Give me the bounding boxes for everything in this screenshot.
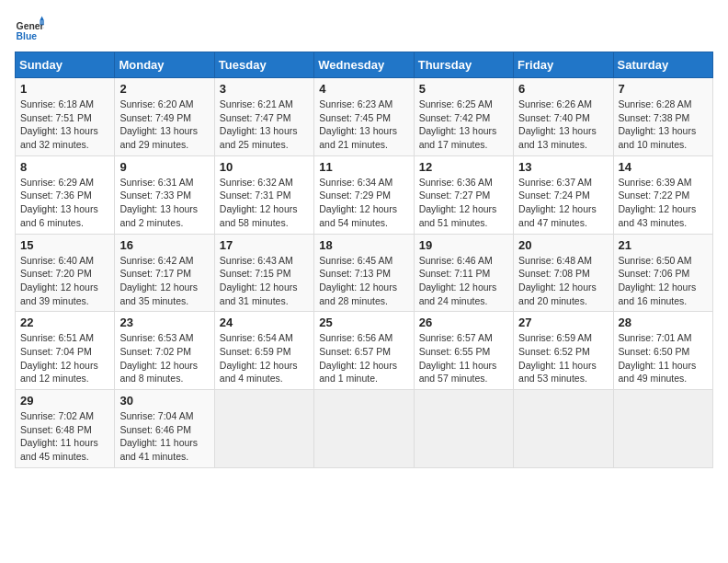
header-friday: Friday [514,52,613,78]
week-row-3: 15 Sunrise: 6:40 AM Sunset: 7:20 PM Dayl… [16,234,713,312]
calendar-cell [414,390,513,468]
day-info: Sunrise: 7:01 AM Sunset: 6:50 PM Dayligh… [619,331,708,385]
day-number: 25 [319,316,408,329]
calendar-body: 1 Sunrise: 6:18 AM Sunset: 7:51 PM Dayli… [16,78,713,468]
header-tuesday: Tuesday [214,52,313,78]
calendar-cell: 7 Sunrise: 6:28 AM Sunset: 7:38 PM Dayli… [613,78,712,156]
day-info: Sunrise: 6:32 AM Sunset: 7:31 PM Dayligh… [220,176,309,230]
day-info: Sunrise: 6:56 AM Sunset: 6:57 PM Dayligh… [319,331,408,385]
calendar-table: SundayMondayTuesdayWednesdayThursdayFrid… [15,52,713,468]
calendar-cell: 11 Sunrise: 6:34 AM Sunset: 7:29 PM Dayl… [314,155,414,234]
day-info: Sunrise: 6:46 AM Sunset: 7:11 PM Dayligh… [419,254,508,308]
day-number: 4 [319,82,408,96]
day-number: 17 [220,238,309,252]
calendar-cell: 1 Sunrise: 6:18 AM Sunset: 7:51 PM Dayli… [16,78,115,156]
header-sunday: Sunday [16,52,115,78]
day-number: 30 [119,394,209,408]
day-number: 28 [619,316,708,329]
week-row-5: 29 Sunrise: 7:02 AM Sunset: 6:48 PM Dayl… [16,390,713,468]
calendar-cell: 13 Sunrise: 6:37 AM Sunset: 7:24 PM Dayl… [514,155,613,234]
calendar-cell: 10 Sunrise: 6:32 AM Sunset: 7:31 PM Dayl… [214,155,313,234]
day-info: Sunrise: 6:40 AM Sunset: 7:20 PM Dayligh… [20,254,109,308]
day-info: Sunrise: 6:53 AM Sunset: 7:02 PM Dayligh… [119,331,209,385]
calendar-cell: 12 Sunrise: 6:36 AM Sunset: 7:27 PM Dayl… [414,155,513,234]
day-number: 23 [119,316,209,329]
day-number: 9 [119,160,209,174]
header-wednesday: Wednesday [314,52,414,78]
day-info: Sunrise: 6:25 AM Sunset: 7:42 PM Dayligh… [419,98,508,152]
calendar-cell: 15 Sunrise: 6:40 AM Sunset: 7:20 PM Dayl… [16,234,115,312]
day-info: Sunrise: 6:57 AM Sunset: 6:55 PM Dayligh… [419,331,508,385]
day-info: Sunrise: 6:48 AM Sunset: 7:08 PM Dayligh… [518,254,608,308]
calendar-cell: 9 Sunrise: 6:31 AM Sunset: 7:33 PM Dayli… [115,155,214,234]
day-number: 24 [220,316,309,329]
calendar-cell: 8 Sunrise: 6:29 AM Sunset: 7:36 PM Dayli… [16,155,115,234]
calendar-cell [214,390,313,468]
calendar-cell: 6 Sunrise: 6:26 AM Sunset: 7:40 PM Dayli… [514,78,613,156]
calendar-cell: 20 Sunrise: 6:48 AM Sunset: 7:08 PM Dayl… [514,234,613,312]
day-number: 20 [518,238,608,252]
day-number: 14 [619,160,708,174]
day-info: Sunrise: 6:59 AM Sunset: 6:52 PM Dayligh… [518,331,608,385]
calendar-cell: 21 Sunrise: 6:50 AM Sunset: 7:06 PM Dayl… [613,234,712,312]
week-row-1: 1 Sunrise: 6:18 AM Sunset: 7:51 PM Dayli… [16,78,713,156]
day-info: Sunrise: 6:36 AM Sunset: 7:27 PM Dayligh… [419,176,508,230]
calendar-cell: 3 Sunrise: 6:21 AM Sunset: 7:47 PM Dayli… [214,78,313,156]
day-info: Sunrise: 6:51 AM Sunset: 7:04 PM Dayligh… [20,331,109,385]
header-saturday: Saturday [613,52,712,78]
day-info: Sunrise: 6:45 AM Sunset: 7:13 PM Dayligh… [319,254,408,308]
day-info: Sunrise: 6:18 AM Sunset: 7:51 PM Dayligh… [20,98,109,152]
day-info: Sunrise: 6:20 AM Sunset: 7:49 PM Dayligh… [119,98,209,152]
calendar-cell [514,390,613,468]
calendar-cell: 29 Sunrise: 7:02 AM Sunset: 6:48 PM Dayl… [16,390,115,468]
day-info: Sunrise: 7:02 AM Sunset: 6:48 PM Dayligh… [20,409,109,464]
day-number: 29 [20,394,109,408]
day-info: Sunrise: 6:34 AM Sunset: 7:29 PM Dayligh… [319,176,408,230]
calendar-cell: 19 Sunrise: 6:46 AM Sunset: 7:11 PM Dayl… [414,234,513,312]
calendar-cell: 25 Sunrise: 6:56 AM Sunset: 6:57 PM Dayl… [314,312,414,390]
day-number: 3 [220,82,309,96]
calendar-cell: 2 Sunrise: 6:20 AM Sunset: 7:49 PM Dayli… [115,78,214,156]
logo: General Blue [15,15,44,44]
day-number: 5 [419,82,508,96]
day-info: Sunrise: 6:28 AM Sunset: 7:38 PM Dayligh… [619,98,708,152]
calendar-cell: 4 Sunrise: 6:23 AM Sunset: 7:45 PM Dayli… [314,78,414,156]
day-info: Sunrise: 6:54 AM Sunset: 6:59 PM Dayligh… [220,331,309,385]
day-info: Sunrise: 7:04 AM Sunset: 6:46 PM Dayligh… [119,409,209,464]
header-thursday: Thursday [414,52,513,78]
day-number: 6 [518,82,608,96]
calendar-cell: 26 Sunrise: 6:57 AM Sunset: 6:55 PM Dayl… [414,312,513,390]
calendar-cell: 17 Sunrise: 6:43 AM Sunset: 7:15 PM Dayl… [214,234,313,312]
day-info: Sunrise: 6:42 AM Sunset: 7:17 PM Dayligh… [119,254,209,308]
day-number: 11 [319,160,408,174]
calendar-cell: 14 Sunrise: 6:39 AM Sunset: 7:22 PM Dayl… [613,155,712,234]
day-number: 12 [419,160,508,174]
day-number: 18 [319,238,408,252]
header-monday: Monday [115,52,214,78]
day-number: 26 [419,316,508,329]
day-info: Sunrise: 6:26 AM Sunset: 7:40 PM Dayligh… [518,98,608,152]
day-number: 21 [619,238,708,252]
calendar-cell: 30 Sunrise: 7:04 AM Sunset: 6:46 PM Dayl… [115,390,214,468]
day-number: 15 [20,238,109,252]
svg-text:Blue: Blue [17,31,38,41]
day-number: 8 [20,160,109,174]
day-number: 1 [20,82,109,96]
svg-marker-3 [40,20,44,25]
day-info: Sunrise: 6:31 AM Sunset: 7:33 PM Dayligh… [119,176,209,230]
day-info: Sunrise: 6:23 AM Sunset: 7:45 PM Dayligh… [319,98,408,152]
calendar-cell [613,390,712,468]
calendar-cell: 27 Sunrise: 6:59 AM Sunset: 6:52 PM Dayl… [514,312,613,390]
logo-icon: General Blue [15,15,44,44]
week-row-4: 22 Sunrise: 6:51 AM Sunset: 7:04 PM Dayl… [16,312,713,390]
day-info: Sunrise: 6:29 AM Sunset: 7:36 PM Dayligh… [20,176,109,230]
calendar-cell: 24 Sunrise: 6:54 AM Sunset: 6:59 PM Dayl… [214,312,313,390]
day-number: 7 [619,82,708,96]
calendar-cell: 22 Sunrise: 6:51 AM Sunset: 7:04 PM Dayl… [16,312,115,390]
week-row-2: 8 Sunrise: 6:29 AM Sunset: 7:36 PM Dayli… [16,155,713,234]
day-info: Sunrise: 6:50 AM Sunset: 7:06 PM Dayligh… [619,254,708,308]
day-number: 16 [119,238,209,252]
page-header: General Blue [15,15,713,44]
day-number: 27 [518,316,608,329]
calendar-cell: 16 Sunrise: 6:42 AM Sunset: 7:17 PM Dayl… [115,234,214,312]
